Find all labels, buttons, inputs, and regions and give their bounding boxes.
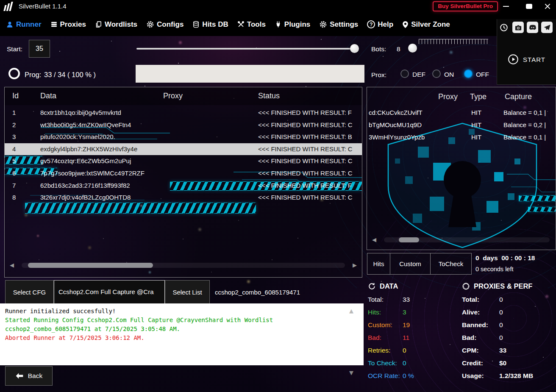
maximize-button[interactable] bbox=[521, 0, 537, 13]
seconds-left: 0 seconds left bbox=[475, 266, 513, 272]
app-logo-icon bbox=[4, 2, 16, 11]
cell-capture: Balance = 0,1 | bbox=[503, 133, 546, 141]
progress-fill bbox=[136, 65, 364, 83]
stat-data-total: Total:33 bbox=[368, 296, 410, 303]
log-line: Runner initialized succesfully! bbox=[5, 307, 345, 316]
close-button[interactable] bbox=[540, 0, 555, 13]
prox-off-radio[interactable] bbox=[464, 70, 473, 78]
log-line: Aborted Runner at 7/15/2025 3:06:12 AM. bbox=[5, 334, 345, 342]
cell-data: 8cxtr1bh1qo:ibij0g4v5mvkrtd bbox=[40, 109, 121, 116]
stat-proxy-banned: Banned:0 bbox=[462, 321, 503, 329]
start-slider[interactable] bbox=[136, 48, 358, 50]
log-scroll-up-icon[interactable]: ▲ bbox=[349, 308, 353, 314]
tab-custom[interactable]: Custom bbox=[390, 253, 431, 275]
table-row-selected[interactable]: 4 exdgkyl4lpbn7:ZHKX5WzHIvf3y4e <<< FINI… bbox=[5, 143, 362, 155]
table-row[interactable]: 1 8cxtr1bh1qo:ibij0g4v5mvkrtd <<< FINISH… bbox=[5, 107, 362, 119]
nav-help[interactable]: ? Help bbox=[367, 20, 393, 29]
nav-silver-zone-label: Silver Zone bbox=[411, 20, 450, 29]
window-title: SilverBullet 1.1.4 bbox=[19, 3, 67, 10]
stat-data-custom: Custom:19 bbox=[368, 321, 410, 329]
nav-configs[interactable]: Configs bbox=[146, 20, 183, 29]
nav-settings[interactable]: Settings bbox=[319, 20, 358, 29]
start-input[interactable]: 35 bbox=[29, 40, 50, 58]
hscrollbar-thumb[interactable] bbox=[399, 237, 419, 242]
config-name-box[interactable]: Ccshop2.Com Full Capture @Cra bbox=[54, 280, 165, 304]
screenshot-camera-icon[interactable] bbox=[512, 22, 524, 33]
cell-id: 1 bbox=[12, 109, 16, 116]
cell-id: 3 bbox=[12, 133, 16, 140]
cell-type: HIT bbox=[471, 121, 481, 128]
back-button[interactable]: Back bbox=[5, 366, 53, 386]
minimize-icon bbox=[503, 6, 509, 7]
select-list-button[interactable]: Select List bbox=[165, 280, 210, 304]
hscrollbar-thumb[interactable] bbox=[28, 263, 153, 268]
start-label: Start: bbox=[7, 45, 22, 53]
nav-runner[interactable]: Runner bbox=[6, 20, 42, 29]
stat-proxy-total: Total:0 bbox=[462, 296, 503, 303]
prox-on-radio[interactable] bbox=[432, 70, 441, 78]
main-nav: Runner Proxies Wordlists Configs Hits DB… bbox=[0, 13, 556, 36]
results-table-header: Id Data Proxy Status bbox=[5, 87, 362, 105]
proxies-icon bbox=[50, 21, 58, 28]
runner-log[interactable]: Runner initialized succesfully! Started … bbox=[0, 303, 364, 365]
hit-row[interactable]: bTgMOucMU1q9D HIT Balance = 0,2 | bbox=[367, 119, 556, 131]
nav-wordlists[interactable]: Wordlists bbox=[95, 20, 137, 29]
cell-data: gv574coztqr:E6cZWb5Gm2uPuj bbox=[40, 157, 131, 164]
table-row[interactable]: 2 wt3hbo0i0g5:4mZK0wIIQveFtn4 <<< FINISH… bbox=[5, 119, 362, 131]
nav-proxies[interactable]: Proxies bbox=[50, 20, 86, 29]
prox-def-label[interactable]: DEF bbox=[412, 71, 425, 78]
start-slider-thumb[interactable] bbox=[350, 44, 359, 53]
hit-row[interactable]: cd:CKuCvkcZUvifT HIT Balance = 0,1 | bbox=[367, 107, 556, 119]
cell-status: <<< FINISHED WITH RESULT: B bbox=[258, 133, 352, 140]
table-row[interactable]: 7 62bd163c2ad3:2716f13ff993f82 <<< FINIS… bbox=[5, 180, 362, 192]
bots-label: Bots: bbox=[371, 45, 386, 53]
telegram-icon[interactable] bbox=[541, 22, 553, 33]
select-cfg-button[interactable]: Select CFG bbox=[5, 280, 54, 304]
cell-id: 2 bbox=[12, 121, 16, 128]
col-proxy: Proxy bbox=[163, 92, 183, 100]
prog-value: 33 / 34 ( 100 % ) bbox=[44, 71, 96, 79]
maximize-icon bbox=[526, 4, 532, 9]
nav-tools[interactable]: Tools bbox=[237, 20, 266, 29]
table-row[interactable]: 5 gv574coztqr:E6cZWb5Gm2uPuj <<< FINISHE… bbox=[5, 155, 362, 167]
scroll-left-icon[interactable]: ◀ bbox=[372, 236, 376, 243]
database-icon bbox=[192, 21, 200, 28]
buy-pro-button[interactable]: Buy SilverBullet Pro bbox=[433, 1, 498, 11]
discord-icon[interactable] bbox=[527, 22, 538, 33]
prox-def-radio[interactable] bbox=[400, 70, 409, 78]
prox-off-label[interactable]: OFF bbox=[476, 71, 489, 78]
cell-status: <<< FINISHED WITH RESULT: C bbox=[258, 194, 353, 201]
wordlists-icon bbox=[95, 21, 102, 28]
start-button[interactable]: START bbox=[497, 54, 556, 65]
nav-hits-db-label: Hits DB bbox=[202, 20, 228, 29]
gauge-icon bbox=[462, 282, 470, 290]
start-input-value: 35 bbox=[36, 45, 43, 52]
cell-proxy: cd:CKuCvkcZUvifT bbox=[369, 109, 423, 116]
table-row[interactable]: 3 pitufo2020ck:Ysmael2020. <<< FINISHED … bbox=[5, 131, 362, 143]
stat-credit: Credit:$0 bbox=[462, 359, 506, 367]
data-stats-title-label: DATA bbox=[380, 282, 398, 290]
table-row[interactable]: 8 3t26xr7dj0:v4ofB2LZcg0OHTD8 <<< FINISH… bbox=[5, 192, 362, 203]
cell-type: HIT bbox=[471, 109, 481, 116]
nav-silver-zone[interactable]: Silver Zone bbox=[402, 20, 450, 29]
bots-slider-thumb[interactable] bbox=[408, 44, 417, 53]
decor-hazard-stripe bbox=[519, 195, 556, 201]
nav-wordlists-label: Wordlists bbox=[105, 20, 137, 29]
cell-id: 8 bbox=[12, 194, 16, 201]
log-scroll-down-icon[interactable]: ▼ bbox=[349, 370, 353, 376]
col-data: Data bbox=[40, 92, 56, 100]
prox-on-label[interactable]: ON bbox=[444, 71, 454, 78]
tab-hits[interactable]: Hits bbox=[367, 253, 390, 275]
hit-row[interactable]: 3WmHlYsunz0Ypzb HIT Balance = 0,1 | bbox=[367, 131, 556, 144]
cell-id: 6 bbox=[12, 170, 16, 177]
history-icon[interactable] bbox=[498, 22, 509, 33]
scroll-left-icon[interactable]: ◀ bbox=[10, 262, 14, 268]
nav-hits-db[interactable]: Hits DB bbox=[192, 20, 228, 29]
scroll-right-icon[interactable]: ▶ bbox=[353, 262, 357, 268]
nav-tools-label: Tools bbox=[247, 20, 266, 29]
nav-plugins[interactable]: Plugins bbox=[275, 20, 310, 29]
col-status: Status bbox=[258, 92, 280, 100]
minimize-button[interactable] bbox=[498, 0, 514, 13]
table-row[interactable]: 6 7p7g7soo9pjwe:lxtSWlMCc49T2RZF <<< FIN… bbox=[5, 167, 362, 179]
tab-tocheck[interactable]: ToCheck bbox=[430, 253, 472, 275]
